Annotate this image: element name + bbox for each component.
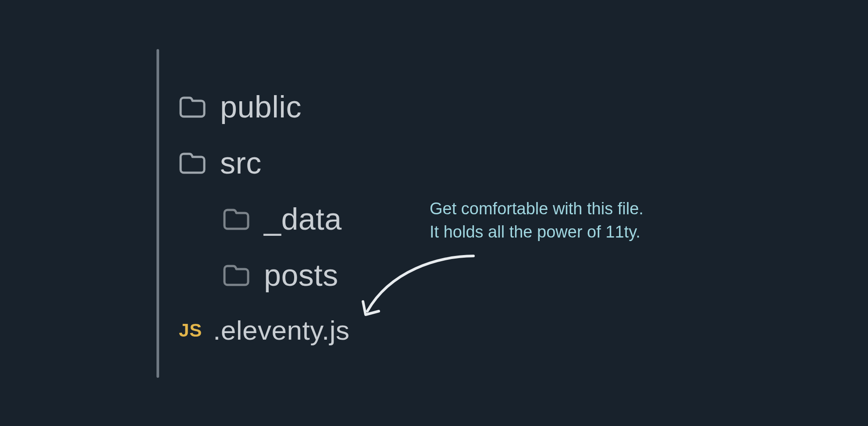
folder-icon <box>223 264 250 287</box>
annotation-line-2: It holds all the power of 11ty. <box>430 220 644 244</box>
annotation-line-1: Get comfortable with this file. <box>430 197 644 220</box>
folder-icon <box>179 152 206 174</box>
annotation-text: Get comfortable with this file. It holds… <box>430 197 644 244</box>
folder-icon <box>223 208 250 231</box>
folder-icon <box>179 96 206 118</box>
tree-item-data[interactable]: _data <box>179 200 350 238</box>
tree-item-label: public <box>220 92 302 122</box>
tree-vertical-guide <box>157 49 159 378</box>
tree-item-label: _data <box>264 204 342 234</box>
tree-item-eleventy-config[interactable]: JS .eleventy.js <box>179 311 350 350</box>
tree-item-label: .eleventy.js <box>213 317 350 344</box>
js-file-icon: JS <box>179 320 206 341</box>
tree-item-public[interactable]: public <box>179 88 350 126</box>
tree-item-label: src <box>220 148 262 178</box>
tree-item-label: posts <box>264 260 338 291</box>
tree-item-src[interactable]: src <box>179 144 350 182</box>
tree-item-posts[interactable]: posts <box>179 256 350 295</box>
file-tree: public src _data posts JS .eleventy.js <box>179 88 350 367</box>
annotation-arrow-icon <box>355 253 482 323</box>
